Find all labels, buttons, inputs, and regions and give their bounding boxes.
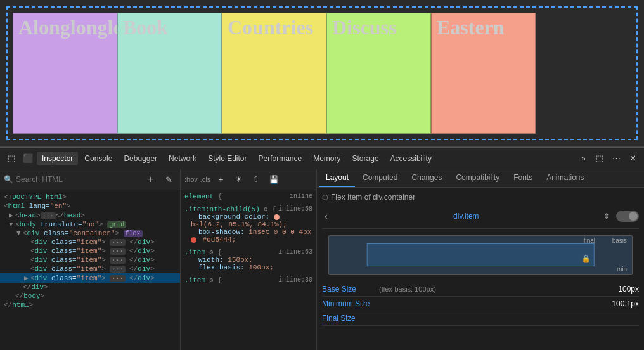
tree-line-html[interactable]: <html lang="en"> <box>0 202 180 211</box>
performance-tab-label: Performance <box>258 154 302 163</box>
tree-line-item1[interactable]: <div class="item"> ··· </div> <box>0 238 180 247</box>
layout-tabs: Layout Computed Changes Compatibility Fo… <box>317 169 644 188</box>
styles-panel: :hov .cls + ☀ ☾ 💾 element { inline .item… <box>181 169 317 350</box>
item-rule2: .item ⚙ {inline:30 <box>184 276 312 284</box>
preview-area: Alonglonglo Book Countries Discuss Easte… <box>0 0 644 147</box>
memory-tab-label: Memory <box>313 154 340 163</box>
base-size-sublabel: (flex-basis: 100px) <box>379 285 618 293</box>
flex-item-a: Alonglonglo <box>13 13 117 134</box>
tab-performance[interactable]: Performance <box>253 152 307 165</box>
inspector-tab-label: Inspector <box>42 154 73 163</box>
tab-network[interactable]: Network <box>164 152 202 165</box>
prev-node-arrow[interactable]: ‹ <box>322 211 330 221</box>
more-tab-label: » <box>581 154 586 163</box>
tab-animations[interactable]: Animations <box>540 169 590 187</box>
label-basis: basis <box>612 237 627 244</box>
pick-node-icon[interactable]: ✎ <box>161 172 176 187</box>
inspector-icon[interactable]: ⬛ <box>20 151 35 166</box>
node-nav: ‹ div.item ⇕ <box>322 208 639 229</box>
tree-line-div-close[interactable]: </div> <box>0 283 180 292</box>
console-tab-label: Console <box>84 154 112 163</box>
item-label-a: Alonglonglo <box>13 13 117 42</box>
layout-panel: Layout Computed Changes Compatibility Fo… <box>317 169 644 350</box>
box-model-visual: final basis 🔒 min <box>328 235 633 275</box>
tree-line-body-close[interactable]: </body> <box>0 292 180 301</box>
light-theme-icon[interactable]: ☀ <box>231 172 246 187</box>
flex-item-c: Countries <box>222 13 326 134</box>
tab-more[interactable]: » <box>576 152 591 165</box>
tab-fonts[interactable]: Fonts <box>507 169 539 187</box>
min-size-row: Minimum Size 100.1px <box>322 297 639 311</box>
tab-changes[interactable]: Changes <box>405 169 448 187</box>
flex-item-section-header: ⬡ Flex Item of div.container <box>322 193 639 202</box>
pick-element-icon[interactable]: ⬚ <box>4 151 19 166</box>
item-label-d: Discuss <box>327 13 430 42</box>
html-tree: <!DOCTYPE html> <html lang="en"> ▶<head>… <box>0 190 180 350</box>
flex-item-e: Eastern <box>431 13 536 134</box>
tree-line-doctype[interactable]: <!DOCTYPE html> <box>0 193 180 202</box>
styles-content: element { inline .item:nth-child(5) ⚙ {i… <box>181 190 316 350</box>
devtools-panel: ⬚ ⬛ Inspector Console Debugger Network S… <box>0 147 644 350</box>
min-size-value: 100.1px <box>612 299 639 308</box>
search-html-input[interactable] <box>16 175 141 184</box>
toolbar-actions: ⬚ ⋯ ✕ <box>592 151 640 166</box>
tab-memory[interactable]: Memory <box>308 152 345 165</box>
dark-theme-icon[interactable]: ☾ <box>248 172 264 187</box>
box-model-area: final basis 🔒 min <box>328 235 633 275</box>
label-min: min <box>617 266 627 273</box>
tab-accessibility[interactable]: Accessibility <box>385 152 437 165</box>
tree-line-body[interactable]: ▼<body translate="no"> grid <box>0 220 180 229</box>
overflow-icon[interactable]: ⋯ <box>609 151 624 166</box>
flex-container-preview: Alonglonglo Book Countries Discuss Easte… <box>6 6 638 140</box>
tab-style-editor[interactable]: Style Editor <box>203 152 252 165</box>
min-size-label: Minimum Size <box>322 299 379 308</box>
base-size-row: Base Size (flex-basis: 100px) 100px <box>322 282 639 297</box>
flex-item-toggle[interactable] <box>616 211 639 222</box>
tree-line-head[interactable]: ▶<head>···</head> <box>0 211 180 220</box>
tab-layout[interactable]: Layout <box>319 169 355 187</box>
lock-icon: 🔒 <box>581 254 591 263</box>
item-label-c: Countries <box>222 13 326 42</box>
flex-item-title: Flex Item of div.container <box>331 193 415 202</box>
node-label[interactable]: div.item <box>330 212 602 221</box>
tab-console[interactable]: Console <box>79 152 117 165</box>
flex-item-d: Discuss <box>326 13 431 134</box>
html-search-bar: 🔍 + ✎ <box>0 169 180 190</box>
item-label-e: Eastern <box>432 13 535 42</box>
style-editor-tab-label: Style Editor <box>208 154 247 163</box>
tab-computed[interactable]: Computed <box>356 169 404 187</box>
add-style-icon[interactable]: + <box>213 172 228 187</box>
devtools-toolbar: ⬚ ⬛ Inspector Console Debugger Network S… <box>0 148 644 169</box>
add-node-icon[interactable]: + <box>143 172 158 187</box>
save-file-icon[interactable]: 💾 <box>266 172 281 187</box>
box-inner: 🔒 <box>367 243 595 266</box>
layout-content: ⬡ Flex Item of div.container ‹ div.item … <box>317 188 644 350</box>
split-panel-icon[interactable]: ⬚ <box>592 151 607 166</box>
base-size-label: Base Size <box>322 285 379 294</box>
accessibility-tab-label: Accessibility <box>390 154 432 163</box>
network-tab-label: Network <box>169 154 196 163</box>
tab-inspector[interactable]: Inspector <box>37 152 78 165</box>
styles-toolbar: :hov .cls + ☀ ☾ 💾 <box>181 169 316 190</box>
nth-child-rule: .item:nth-child(5) ⚙ {inline:58 backgrou… <box>184 205 312 243</box>
flex-item-b: Book <box>117 13 222 134</box>
tree-line-html-close[interactable]: </html> <box>0 301 180 309</box>
tab-compatibility[interactable]: Compatibility <box>449 169 506 187</box>
item-rule: .item ⚙ {inline:63 width: 150px; flex-ba… <box>184 249 312 271</box>
storage-tab-label: Storage <box>352 154 379 163</box>
html-panel: 🔍 + ✎ <!DOCTYPE html> <html lang="en"> ▶… <box>0 169 181 350</box>
debugger-tab-label: Debugger <box>124 154 157 163</box>
tree-line-item2[interactable]: <div class="item"> ··· </div> <box>0 247 180 256</box>
search-icon: 🔍 <box>4 175 13 184</box>
item-label-b: Book <box>118 13 221 42</box>
tree-line-container[interactable]: ▼<div class="container"> flex <box>0 229 180 238</box>
close-devtools-icon[interactable]: ✕ <box>625 151 640 166</box>
tree-line-item5[interactable]: ▶<div class="item"> ··· </div> <box>0 273 180 283</box>
base-size-value: 100px <box>618 285 639 294</box>
tree-line-item3[interactable]: <div class="item"> ··· </div> <box>0 256 180 264</box>
final-size-label: Final Size <box>322 314 379 323</box>
tree-line-item4[interactable]: <div class="item"> ··· </div> <box>0 264 180 273</box>
tab-storage[interactable]: Storage <box>347 152 384 165</box>
element-rule: element { inline <box>184 193 312 200</box>
tab-debugger[interactable]: Debugger <box>119 152 162 165</box>
